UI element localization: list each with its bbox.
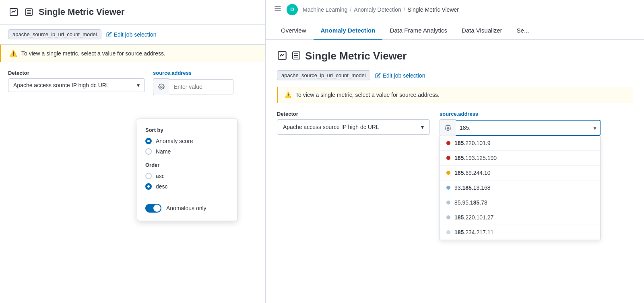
item-1-text: 185.193.125.190 bbox=[454, 155, 497, 161]
left-controls: Detector Apache access source IP high dc… bbox=[0, 62, 265, 103]
sort-name-label: Name bbox=[156, 148, 171, 155]
nav-avatar: D bbox=[287, 4, 298, 15]
order-asc-label: asc bbox=[156, 173, 165, 179]
dropdown-item-5[interactable]: 185.220.101.27 bbox=[440, 210, 600, 225]
dropdown-item-3[interactable]: 93.185.13.168 bbox=[440, 180, 600, 195]
order-desc-label: desc bbox=[156, 183, 168, 190]
right-job-badge: apache_source_ip_url_count_model bbox=[277, 70, 370, 80]
right-warning-icon: ⚠️ bbox=[285, 92, 291, 98]
right-list-icon bbox=[291, 51, 301, 62]
right-main-header: Single Metric Viewer bbox=[277, 50, 633, 62]
left-warning-banner: ⚠️ To view a single metric, select a val… bbox=[0, 45, 265, 62]
left-detector-group: Detector Apache access source IP high dc… bbox=[8, 70, 145, 92]
dot-4 bbox=[446, 201, 450, 205]
left-source-input[interactable] bbox=[169, 79, 233, 94]
dot-3 bbox=[446, 186, 450, 190]
right-gear-button[interactable] bbox=[440, 119, 456, 136]
sort-anomaly-score[interactable]: Anomaly score bbox=[145, 138, 229, 144]
left-detector-arrow: ▾ bbox=[137, 82, 140, 88]
breadcrumb-anomaly-detection[interactable]: Anomaly Detection bbox=[354, 6, 401, 13]
left-panel: Single Metric Viewer apache_source_ip_ur… bbox=[0, 0, 266, 303]
dot-5 bbox=[446, 215, 450, 219]
tab-overview[interactable]: Overview bbox=[274, 21, 314, 40]
right-job-bar: apache_source_ip_url_count_model Edit jo… bbox=[277, 70, 633, 80]
breadcrumb-machine-learning[interactable]: Machine Learning bbox=[303, 6, 347, 13]
left-detector-label: Detector bbox=[8, 70, 145, 76]
right-edit-job-label: Edit job selection bbox=[383, 72, 425, 79]
item-4-text: 85.95.185.78 bbox=[454, 199, 487, 206]
left-job-bar: apache_source_ip_url_count_model Edit jo… bbox=[0, 25, 265, 45]
tab-anomaly-detection[interactable]: Anomaly Detection bbox=[314, 21, 383, 40]
anomalous-only-toggle[interactable] bbox=[145, 204, 161, 213]
breadcrumb-current: Single Metric Viewer bbox=[408, 6, 459, 13]
sort-name-radio[interactable] bbox=[145, 148, 152, 155]
sort-by-radio-group: Anomaly score Name bbox=[145, 138, 229, 155]
list-icon bbox=[23, 6, 35, 18]
dropdown-item-4[interactable]: 85.95.185.78 bbox=[440, 195, 600, 210]
order-desc-radio[interactable] bbox=[145, 183, 152, 190]
sort-name[interactable]: Name bbox=[145, 148, 229, 155]
item-0-text: 185.220.101.9 bbox=[454, 140, 491, 146]
chart-icon bbox=[8, 6, 19, 18]
right-detector-arrow: ▾ bbox=[421, 124, 424, 130]
nav-bar: D Machine Learning / Anomaly Detection /… bbox=[266, 0, 644, 19]
right-warning-text: To view a single metric, select a value … bbox=[295, 92, 440, 98]
right-source-input[interactable] bbox=[456, 120, 601, 136]
dot-0 bbox=[446, 141, 450, 145]
right-main-title: Single Metric Viewer bbox=[305, 50, 407, 62]
item-5-text: 185.220.101.27 bbox=[454, 214, 493, 221]
left-warning-icon: ⚠️ bbox=[9, 49, 17, 57]
left-edit-job-link[interactable]: Edit job selection bbox=[106, 31, 157, 38]
toggle-knob bbox=[153, 205, 161, 212]
right-source-group: source.address ▾ 185.220. bbox=[440, 111, 601, 136]
right-warning-banner: ⚠️ To view a single metric, select a val… bbox=[277, 87, 633, 103]
svg-point-14 bbox=[447, 127, 449, 129]
breadcrumb-sep-2: / bbox=[404, 6, 405, 13]
dropdown-item-1[interactable]: 185.193.125.190 bbox=[440, 151, 600, 166]
left-title: Single Metric Viewer bbox=[39, 7, 125, 17]
item-2-text: 185.69.244.10 bbox=[454, 170, 491, 176]
right-source-input-row: ▾ 185.220.101.9 185.193.125.190 bbox=[440, 119, 601, 136]
order-radio-group: asc desc bbox=[145, 173, 229, 190]
hamburger-button[interactable] bbox=[274, 5, 282, 14]
left-controls-row: Detector Apache access source IP high dc… bbox=[8, 70, 257, 95]
tab-data-frame-analytics[interactable]: Data Frame Analytics bbox=[382, 21, 454, 40]
left-source-group: source.address bbox=[153, 70, 233, 95]
breadcrumb-sep-1: / bbox=[350, 6, 351, 13]
right-source-label: source.address bbox=[440, 111, 601, 117]
order-asc-radio[interactable] bbox=[145, 173, 152, 179]
svg-point-5 bbox=[161, 86, 162, 88]
dot-6 bbox=[446, 230, 450, 234]
item-3-text: 93.185.13.168 bbox=[454, 184, 491, 191]
tabs-bar: Overview Anomaly Detection Data Frame An… bbox=[266, 19, 644, 40]
left-warning-text: To view a single metric, select a value … bbox=[21, 50, 165, 57]
item-6-text: 185.234.217.11 bbox=[454, 229, 493, 235]
anomalous-only-row: Anomalous only bbox=[145, 204, 229, 213]
left-job-badge: apache_source_ip_url_count_model bbox=[8, 29, 101, 39]
right-detector-label: Detector bbox=[277, 111, 430, 117]
tab-data-visualizer[interactable]: Data Visualizer bbox=[454, 21, 510, 40]
order-label: Order bbox=[145, 162, 229, 168]
dot-2 bbox=[446, 171, 450, 175]
sort-anomaly-score-radio[interactable] bbox=[145, 138, 152, 144]
dot-1 bbox=[446, 156, 450, 160]
left-detector-select[interactable]: Apache access source IP high dc URL ▾ bbox=[8, 78, 145, 92]
right-panel: D Machine Learning / Anomaly Detection /… bbox=[266, 0, 644, 303]
source-dropdown-scroll[interactable]: 185.220.101.9 185.193.125.190 185.69.244… bbox=[440, 136, 600, 240]
left-header: Single Metric Viewer bbox=[0, 0, 265, 25]
right-detector-select[interactable]: Apache access source IP high dc URL ▾ bbox=[277, 119, 430, 135]
right-controls: Detector Apache access source IP high dc… bbox=[277, 111, 633, 136]
right-edit-job-link[interactable]: Edit job selection bbox=[375, 72, 425, 79]
source-input-arrow[interactable]: ▾ bbox=[593, 124, 597, 132]
dropdown-item-0[interactable]: 185.220.101.9 bbox=[440, 136, 600, 151]
dropdown-item-6[interactable]: 185.234.217.11 bbox=[440, 225, 600, 240]
dropdown-item-2[interactable]: 185.69.244.10 bbox=[440, 166, 600, 180]
tab-se[interactable]: Se... bbox=[510, 21, 537, 40]
source-dropdown-list: 185.220.101.9 185.193.125.190 185.69.244… bbox=[440, 136, 601, 240]
left-gear-button[interactable] bbox=[153, 78, 169, 95]
order-desc[interactable]: desc bbox=[145, 183, 229, 190]
right-chart-icon bbox=[277, 50, 287, 62]
sort-popup: Sort by Anomaly score Name Order asc des… bbox=[137, 119, 237, 221]
left-detector-value: Apache access source IP high dc URL bbox=[13, 82, 109, 88]
order-asc[interactable]: asc bbox=[145, 173, 229, 179]
